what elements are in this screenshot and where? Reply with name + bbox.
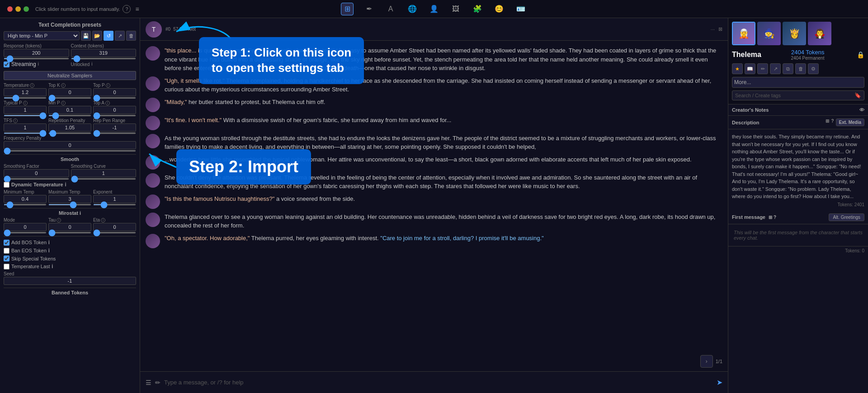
mirostat-info[interactable]: i: [80, 210, 81, 216]
edit-char-btn[interactable]: ✏: [757, 63, 768, 74]
char-more-btn[interactable]: More...: [732, 77, 864, 88]
min-p-info[interactable]: i: [61, 101, 66, 105]
mode-slider[interactable]: [4, 232, 47, 233]
skip-special-checkbox[interactable]: [4, 256, 9, 261]
preset-save-btn[interactable]: 💾: [81, 31, 91, 41]
top-k-slider[interactable]: [48, 97, 91, 99]
eta-slider[interactable]: [93, 232, 136, 233]
max-temp-label: Maximum Temp: [48, 189, 91, 194]
bookmark-icon[interactable]: 🔖: [854, 92, 861, 99]
body-7: a voice sneered from the side.: [276, 195, 355, 202]
top-a-info[interactable]: i: [105, 101, 110, 105]
top-a-slider[interactable]: [93, 115, 136, 116]
exponent-slider[interactable]: [93, 204, 136, 205]
typical-p-group: Typical P i: [4, 100, 47, 116]
dynamic-temp-info[interactable]: i: [65, 181, 66, 188]
preset-select[interactable]: High temp - Min P: [4, 31, 80, 40]
delete-char-btn[interactable]: 🗑: [795, 63, 806, 74]
preset-open-btn[interactable]: 📂: [92, 31, 102, 41]
body-3: With a dismissive swish of her gown's fa…: [223, 117, 452, 123]
max-temp-slider[interactable]: [48, 204, 91, 205]
expand-icon[interactable]: ⊠: [718, 26, 722, 32]
help-icon[interactable]: ?: [123, 5, 131, 13]
tag-search-input[interactable]: [735, 93, 854, 98]
body-9: Thelema purred, her eyes gleaming with i…: [251, 235, 380, 241]
ban-eos-info[interactable]: i: [48, 247, 50, 254]
preset-import-btn[interactable]: ↺: [104, 31, 113, 41]
context-slider[interactable]: [71, 58, 137, 59]
lock-icon[interactable]: 🔒: [857, 51, 864, 58]
tau-info[interactable]: i: [57, 218, 61, 223]
tfs-slider[interactable]: [4, 133, 47, 134]
add-bos-info[interactable]: i: [48, 239, 50, 246]
smoothing-factor-label: Smoothing Factor: [4, 164, 69, 169]
top-p-info[interactable]: i: [106, 83, 110, 88]
edit-icon[interactable]: ✏: [155, 379, 160, 386]
seed-input[interactable]: [4, 277, 136, 285]
nav-icon-feather[interactable]: ✒: [363, 3, 375, 15]
star-btn[interactable]: ★: [732, 63, 743, 74]
nav-icon-puzzle[interactable]: 🧩: [471, 3, 484, 15]
temp-last-info[interactable]: i: [52, 263, 53, 270]
nav-icon-id[interactable]: 🪪: [514, 3, 527, 15]
preset-export-btn[interactable]: ↗: [115, 31, 125, 41]
add-bos-checkbox[interactable]: [4, 240, 9, 246]
freq-penalty-slider[interactable]: [4, 150, 136, 152]
tau-slider[interactable]: [48, 232, 91, 233]
alt-greetings-btn[interactable]: Alt. Greetings: [829, 213, 864, 221]
send-btn[interactable]: ➤: [717, 378, 722, 387]
nav-icon-person[interactable]: 👤: [428, 3, 440, 15]
temp-last-checkbox[interactable]: [4, 264, 9, 270]
chat-input[interactable]: [164, 379, 713, 386]
ban-eos-checkbox[interactable]: [4, 248, 9, 254]
smoothing-factor-slider[interactable]: [4, 178, 69, 180]
nav-icon-grid[interactable]: ⊞: [341, 3, 354, 15]
menu-icon[interactable]: ☰: [146, 379, 151, 386]
rep-penalty-slider[interactable]: [48, 133, 91, 134]
preset-delete-btn[interactable]: 🗑: [126, 31, 136, 41]
streaming-info[interactable]: i: [38, 62, 39, 66]
nav-icon-image[interactable]: 🖼: [449, 3, 462, 15]
nav-icon-globe[interactable]: 🌐: [406, 3, 419, 15]
eye-icon[interactable]: 👁: [859, 107, 864, 113]
settings-char-btn[interactable]: ⚙: [808, 63, 819, 74]
min-temp-slider[interactable]: [4, 204, 47, 205]
ext-media-btn[interactable]: Ext. Media: [836, 118, 864, 126]
tfs-info[interactable]: i: [13, 118, 18, 123]
char-thumb-4[interactable]: 🧛: [808, 22, 831, 45]
eta-info[interactable]: i: [101, 218, 105, 223]
unlocked-info[interactable]: i: [91, 62, 92, 66]
char-thumb-3[interactable]: 👸: [783, 22, 806, 45]
typicalp-minp-topa-row: Typical P i Min P i Top A i: [4, 100, 136, 116]
streaming-checkbox[interactable]: [4, 62, 9, 67]
neutralize-btn[interactable]: Neutralize Samplers: [4, 71, 136, 80]
msg-text-2: "Milady," her butler started to protest,…: [165, 98, 722, 107]
typical-p-info[interactable]: i: [23, 101, 28, 105]
top-p-slider[interactable]: [93, 97, 136, 99]
min-p-slider[interactable]: [48, 115, 91, 116]
smoothing-curve-slider[interactable]: [71, 178, 137, 180]
first-msg-info-icon[interactable]: ?: [774, 215, 776, 220]
next-arrow[interactable]: ›: [700, 355, 713, 368]
char-thumb-2[interactable]: 🧙: [757, 22, 781, 45]
nav-icon-font[interactable]: A: [384, 3, 397, 15]
chat-input-area: ☰ ✏ ➤: [140, 371, 728, 393]
rep-penalty-group: Repetition Penalty: [48, 118, 91, 134]
more-icon[interactable]: ···: [711, 27, 715, 32]
nav-icon-emoji[interactable]: 😊: [493, 3, 505, 15]
typical-p-slider[interactable]: [4, 115, 47, 116]
temperature-info[interactable]: i: [30, 83, 34, 88]
export-char-btn[interactable]: ↗: [770, 63, 781, 74]
desc-info-icon[interactable]: ?: [831, 118, 834, 126]
settings-icon[interactable]: ≡: [135, 5, 139, 13]
response-context-row: Response (tokens) Context (tokens): [4, 43, 136, 59]
temperature-slider[interactable]: [4, 97, 47, 99]
rep-pen-range-slider[interactable]: [93, 133, 136, 134]
book-btn[interactable]: 📖: [745, 63, 755, 74]
grid-desc-icon[interactable]: ⊞: [826, 118, 829, 126]
top-k-info[interactable]: i: [61, 83, 66, 88]
dynamic-temp-checkbox[interactable]: [4, 182, 9, 188]
duplicate-char-btn[interactable]: ⧉: [783, 63, 793, 74]
char-thumb-1[interactable]: 🧝: [732, 22, 755, 45]
response-slider[interactable]: [4, 58, 69, 59]
